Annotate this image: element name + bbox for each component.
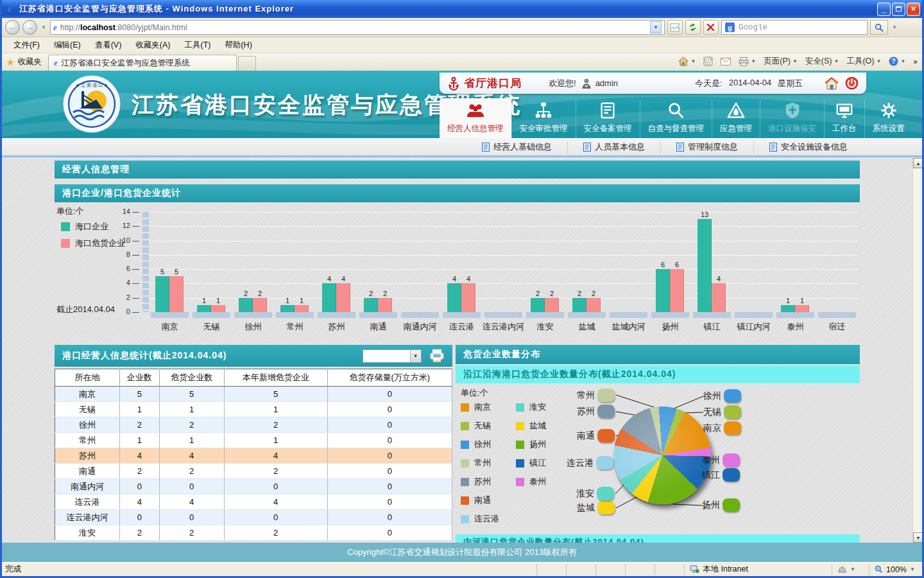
region-select[interactable]: ▼ [363,349,422,363]
safety-menu-button[interactable]: 安全(S)▼ [803,55,842,68]
nav-tab-operator-info[interactable]: 经营人信息管理 [440,98,511,138]
nav-tab-safety-approval[interactable]: 安全审批管理 [511,100,576,138]
bureau-label[interactable]: 省厅港口局 [464,76,522,91]
table-row[interactable]: 淮安2220 [55,525,452,541]
history-dropdown-icon[interactable]: ▼ [41,24,46,30]
pie-callout: 连云港 [567,456,613,469]
url-path: :8080/yjpt/Main.html [116,23,187,32]
legend-swatch [461,459,469,468]
print-button[interactable]: ▼ [736,56,758,67]
logout-power-icon[interactable] [845,76,859,90]
bar-group: 134 [691,212,733,312]
bar [656,269,670,312]
table-row[interactable]: 常州1110 [55,433,452,448]
nav-tab-facility-security[interactable]: 港口设施保安 [760,100,824,138]
pie-panel-title-bar: 危货企业数量分布 [456,345,860,364]
ie-logo-icon: e [4,3,15,15]
x-axis-label: 盐城内河 [608,321,649,333]
read-mail-button[interactable] [718,57,733,67]
menu-view[interactable]: 查看(V) [88,38,129,53]
table-row[interactable]: 苏州4440 [55,448,452,464]
protected-mode-cell[interactable]: ▼ [832,564,869,575]
nav-tab-workbench[interactable]: 工作台 [824,100,864,138]
username[interactable]: admin [595,78,618,88]
subnav-operator-basic-info[interactable]: 经营人基础信息 [466,141,567,153]
bar-value-label: 5 [155,268,169,276]
page-menu-button[interactable]: 页面(P)▼ [761,55,800,68]
compatibility-view-icon[interactable] [667,20,683,35]
search-button[interactable] [870,20,888,35]
nav-tab-safety-record[interactable]: 安全备案管理 [576,100,640,138]
restore-button[interactable] [892,3,905,16]
subnav-safety-equipment-info[interactable]: 安全设施设备信息 [753,141,863,153]
home-shortcut-icon[interactable] [825,77,839,90]
bar-chart-title-bar: 港口企业/港口危货企业统计 [55,184,860,202]
menu-edit[interactable]: 编辑(E) [47,38,88,53]
callout-label: 常州 [577,390,595,401]
table-row[interactable]: 南通内河0000 [55,479,452,495]
menu-file[interactable]: 文件(F) [6,38,47,53]
close-button[interactable]: × [907,3,920,16]
back-button[interactable]: ← [5,20,20,35]
pie-legend-item: 泰州 [516,476,546,487]
refresh-button[interactable] [685,20,701,35]
zoom-control[interactable]: 100% ▼ [869,564,924,575]
help-menu-button[interactable]: ? ▼ [886,55,908,67]
svg-text:?: ? [892,58,896,65]
table-row[interactable]: 徐州2220 [55,417,452,433]
scroll-up-button[interactable]: ▲ [913,158,923,168]
url-protocol: http:// [60,23,80,32]
bar-value-label: 2 [586,290,601,297]
subnav-management-system-info[interactable]: 管理制度信息 [660,141,753,153]
vertical-scrollbar[interactable]: ▲ ▼ [912,158,923,543]
bar-group: 66 [649,212,691,312]
table-cell: 4 [159,448,224,464]
forward-button[interactable]: → [22,20,37,35]
today-label: 今天是: [695,78,723,89]
address-dropdown-icon[interactable]: ▼ [650,21,662,33]
table-row[interactable]: 连云港内河0000 [55,510,452,525]
table-row[interactable]: 南京5550 [55,387,452,402]
table-cell: 1 [159,433,224,448]
table-cell: 2 [120,417,159,433]
nav-tab-emergency[interactable]: 应急管理 [712,100,760,138]
print-table-icon[interactable] [429,349,445,363]
table-row[interactable]: 南通2220 [55,464,452,479]
bar-value-label: 1 [211,297,225,304]
favorites-button[interactable]: ★ 收藏夹 [0,57,48,71]
legend-label: 泰州 [529,476,546,487]
baseline-strip [193,312,230,318]
table-row[interactable]: 无锡1110 [55,402,452,417]
browser-tab[interactable]: e 江苏省港口安全监管与应急管理系统 [48,55,237,71]
y-axis-ticks: 14 —12 —10 —8 —6 —4 —2 —0 — [119,204,139,333]
nav-tab-self-inspection[interactable]: 自查与督查管理 [640,100,712,138]
new-tab-stub[interactable] [238,56,256,71]
pie-legend-item: 常州 [461,457,499,469]
menu-favorites[interactable]: 收藏夹(A) [128,38,177,53]
bar-value-label: 2 [531,290,545,297]
scroll-down-button[interactable]: ▼ [913,532,923,543]
subnav-personnel-basic-info[interactable]: 人员基本信息 [567,141,660,153]
menu-tools[interactable]: 工具(T) [177,38,218,53]
table-cell: 连云港内河 [55,510,120,525]
table-row[interactable]: 连云港4440 [55,495,452,510]
search-options-dropdown-icon[interactable]: ▼ [892,24,897,30]
pie-callout: 镇江 [702,468,740,482]
nav-tab-system-settings[interactable]: 系统设置 [864,100,912,138]
stop-button[interactable] [703,20,719,35]
legend-swatch [461,403,469,412]
feeds-button[interactable] [701,55,715,67]
legend-swatch [461,422,469,430]
tools-menu-button[interactable]: 工具(O)▼ [844,55,884,68]
overflow-chevron-icon[interactable]: » [911,57,920,66]
address-input[interactable]: e http://localhost:8080/yjpt/Main.html ▼ [50,20,665,35]
x-axis-label: 泰州 [774,321,816,333]
search-input[interactable]: g Google [721,20,868,35]
legend-swatch [516,459,524,468]
x-axis-label: 南京 [149,321,191,333]
minimize-button[interactable]: _ [877,3,891,16]
menu-help[interactable]: 帮助(H) [218,38,259,53]
home-button[interactable]: ▼ [676,55,698,67]
select-dropdown-icon[interactable]: ▼ [410,350,421,362]
org-chart-icon [533,100,554,121]
